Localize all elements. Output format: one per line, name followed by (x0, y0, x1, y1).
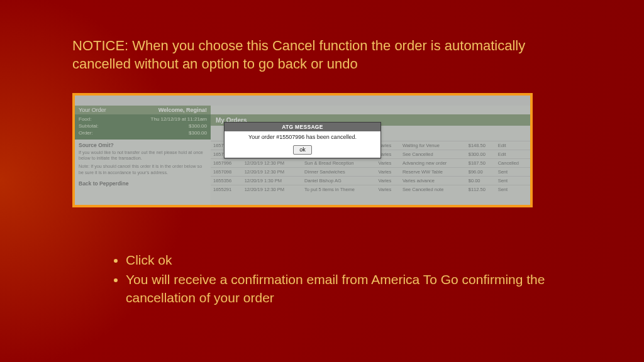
app-toolbar (75, 96, 530, 106)
section-b-text: Note: If you should cancel this order it… (75, 163, 211, 178)
table-row: 165535612/20/19 1:30 PMDaniel Bishop AGV… (211, 177, 530, 185)
list-item: You will receive a confirmation email fr… (126, 271, 562, 307)
totals-box: Food: Thu 12/12/19 at 11:21am Subtotal: … (75, 114, 211, 140)
app-backdrop: Your Order Welcome, Regina! Food: Thu 12… (75, 96, 530, 205)
subtotal-val: $300.00 (189, 123, 207, 129)
table-cell: $148.50 (466, 141, 496, 150)
table-cell: 1657098 (211, 168, 242, 177)
right-panel: My Orders 165799601/22/17 11:14Anne Jane… (211, 106, 530, 205)
table-cell: See Cancelled (400, 150, 466, 159)
list-item: Click ok (126, 251, 562, 270)
welcome-text: Welcome, Regina! (158, 107, 207, 113)
table-cell: See Cancelled note (400, 185, 466, 194)
order-label: Order: (79, 129, 93, 136)
table-cell: 12/20/19 12:30 PM (242, 159, 302, 168)
table-cell: Varies (376, 177, 400, 185)
left-tab: Your Order (79, 107, 106, 113)
table-cell: 1655291 (211, 185, 242, 194)
table-cell: $187.50 (466, 159, 496, 168)
section-a-title: Source Omit? (75, 140, 211, 150)
table-cell: Varies (376, 168, 400, 177)
screenshot-frame: Your Order Welcome, Regina! Food: Thu 12… (72, 93, 533, 207)
table-row: 165799612/20/19 12:30 PMSun & Bread Rece… (211, 159, 530, 168)
table-cell: $96.00 (466, 168, 496, 177)
table-cell: Edit (496, 141, 530, 150)
orders-table: 165799601/22/17 11:14Anne Jane SalmonVar… (211, 141, 530, 194)
table-cell: Reserve WW Table (400, 168, 466, 177)
table-cell: Varies (376, 141, 400, 150)
section-c-title: Back to Pepperdine (75, 178, 211, 188)
table-cell: Dinner Sandwiches (302, 168, 375, 177)
table-cell: 1655356 (211, 177, 242, 185)
section-a-text: If you would like to not transfer out th… (75, 150, 211, 164)
table-row: 165799601/22/17 11:14Anne Jane SalmonVar… (211, 141, 530, 150)
table-cell: Advancing new order (400, 159, 466, 168)
table-cell: Anne Jane Salmon (302, 141, 375, 150)
table-row: 165709812/20/19 12:30 PMDinner Sandwiche… (211, 168, 530, 177)
table-cell: 12/20/19 1:30 PM (242, 177, 302, 185)
instruction-bullets: Click okYou will receive a confirmation … (109, 251, 562, 309)
my-orders-header: My Orders (211, 114, 530, 126)
notice-body: When you choose this Cancel function the… (72, 38, 525, 72)
food-val: Thu 12/12/19 at 11:21am (151, 116, 207, 123)
table-cell: Panda Sassaky (302, 150, 375, 159)
table-cell: 01/22/17 11:14 (242, 141, 302, 150)
table-cell: Sent (496, 177, 530, 185)
table-cell: 12/20/19 12:30 PM (242, 168, 302, 177)
table-cell: 1657996 (211, 159, 242, 168)
food-label: Food: (79, 116, 91, 123)
slide: NOTICE: When you choose this Cancel func… (0, 0, 644, 362)
notice-text: NOTICE: When you choose this Cancel func… (72, 36, 569, 73)
left-header: Your Order Welcome, Regina! (75, 106, 211, 114)
table-cell: Varies (376, 150, 400, 159)
table-cell: Edit (496, 150, 530, 159)
table-cell: Sent (496, 168, 530, 177)
table-cell: Daniel Bishop AG (302, 177, 375, 185)
left-panel: Your Order Welcome, Regina! Food: Thu 12… (75, 106, 211, 205)
table-cell: Varies (376, 159, 400, 168)
table-cell: Cancelled (496, 159, 530, 168)
table-cell: 1657996 (211, 141, 242, 150)
table-cell: 1657996 (211, 150, 242, 159)
table-row: 165799601/22/17 01:10Panda SassakyVaries… (211, 150, 530, 159)
table-row: 165529112/20/19 12:30 PMTo put 5 items i… (211, 185, 530, 194)
table-cell: Sun & Bread Reception (302, 159, 375, 168)
table-cell: Sent (496, 185, 530, 194)
table-cell: $300.00 (466, 150, 496, 159)
notice-label: NOTICE: (72, 38, 128, 53)
table-cell: $0.00 (466, 177, 496, 185)
table-cell: $112.50 (466, 185, 496, 194)
table-cell: Varies advance (400, 177, 466, 185)
table-cell: To put 5 items in Theme (302, 185, 375, 194)
table-cell: Waiting for Venue (400, 141, 466, 150)
table-cell: 01/22/17 01:10 (242, 150, 302, 159)
order-val: $300.00 (189, 129, 207, 136)
table-cell: Varies (376, 185, 400, 194)
subtotal-label: Subtotal: (79, 123, 99, 129)
table-cell: 12/20/19 12:30 PM (242, 185, 302, 194)
